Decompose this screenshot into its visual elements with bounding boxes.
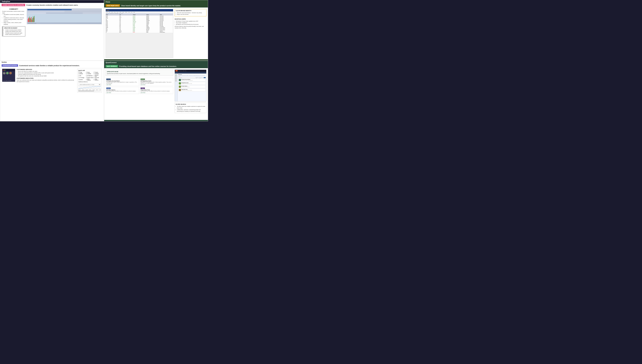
qa-checkbox-2000ma[interactable]: [94, 73, 94, 74]
table-cell: 0.44: [119, 22, 132, 24]
table-row: GERN2.6424.06%14356532Unusual Volume: [106, 27, 173, 28]
table-cell: Unusual Volume: [160, 29, 173, 30]
table-cell: CRIS: [106, 29, 119, 30]
qa-checkbox-1000ma[interactable]: [86, 73, 87, 74]
qc-screenshot: QC QuantConnect - to Algo Trading Datase…: [175, 70, 206, 102]
table-row: XTHS8.001.13%135028Overbought: [106, 26, 173, 27]
table-cell: 10444088: [146, 20, 160, 21]
qa-item-fingo: Fingo: [78, 72, 86, 73]
table-cell: DRTT: [106, 20, 119, 21]
filter-search-text: The filter search bar enables customers …: [176, 106, 206, 112]
qa-checkbox-sp500[interactable]: [94, 77, 94, 78]
qc-ds-item-3: IGO US Index Options Barra indexes from …: [178, 85, 206, 88]
table-cell: 12379: [146, 30, 160, 32]
dataset-link-igoseek[interactable]: Learn More: [106, 92, 138, 93]
qa-checkbox-pctchange[interactable]: [78, 77, 79, 78]
table-cell: 3.80: [119, 20, 132, 21]
qa-checkbox-evebitda[interactable]: [86, 75, 87, 76]
svg-rect-0: [78, 89, 101, 89]
table-cell: 9.89: [119, 25, 132, 26]
table-row: SLNO1.921007.02%371086New High: [106, 21, 173, 22]
qc-logo: QC: [176, 70, 178, 71]
qa-checkbox-pe[interactable]: [78, 75, 79, 76]
table-cell: ECAP: [106, 24, 119, 24]
sentieo-brand: Sentieo: [0, 61, 104, 64]
dataset-link-equity[interactable]: Learn More: [106, 84, 138, 85]
dataset-title-equity: US Equity Security Master: [106, 80, 138, 82]
qa-item-pe: P/E: [78, 75, 86, 77]
table-cell: XTHS: [106, 26, 119, 27]
qa-item-bidma: BIDMA: [78, 73, 86, 74]
table-cell: New High: [160, 22, 173, 24]
table-cell: BTGE: [106, 25, 119, 26]
table-cell: 11.76%: [132, 22, 146, 24]
dataset-tiingo: Tiingo Tiingo News Feed News articles fr…: [140, 87, 173, 94]
finviz-tag-row: clear target users Clear brand identity …: [104, 4, 208, 8]
dataset-link-regulatory[interactable]: Learn More: [140, 84, 172, 85]
tv-subtitle: Creator economy boosts contents creation…: [26, 4, 102, 6]
dataset-desc-regulatory: Regulatory is the leading provider of da…: [140, 82, 172, 84]
qa-checkbox-totperf[interactable]: [94, 75, 94, 76]
table-cell: New High: [160, 24, 173, 24]
qc-ss-sidebar: [175, 74, 178, 101]
finviz-table-body: BCAP4.0131.57%4883133Top GainersNERV10.3…: [106, 16, 173, 33]
qa-additional-select[interactable]: Select Additional Metric to Graph: [78, 84, 101, 86]
table-cell: 6.45: [119, 19, 132, 20]
sentieo-ss-body: Live for a little competition...: [2, 71, 15, 82]
table-row: BCAP4.0131.57%4883133Top Gainers: [106, 16, 173, 16]
qa-checkbox-fingo[interactable]: [78, 72, 79, 73]
dataset-desc-equity: Corporate action data for equity adjustm…: [106, 82, 138, 84]
qa-item-events: Events: [78, 78, 86, 80]
table-cell: 0.79: [119, 28, 132, 29]
qa-checkbox-events[interactable]: [78, 79, 79, 80]
table-cell: 4.01: [119, 16, 132, 16]
dataset-logo-igoseek: Igoseek: [106, 88, 111, 89]
table-cell: 0.43%: [132, 30, 146, 32]
table-cell: 4883133: [146, 16, 160, 16]
qa-item-pctchange: % Change: [78, 77, 86, 78]
creator-economy-box: CREATOR ECONOMY Creator economy boosts c…: [3, 26, 25, 36]
table-cell: 14356532: [146, 27, 160, 28]
qa-checkbox-bidma[interactable]: [78, 73, 79, 74]
tv-content: COMMUNITY Product communities could be b…: [0, 7, 104, 38]
table-cell: 23.46%: [132, 20, 146, 21]
table-cell: 3903019: [146, 18, 160, 19]
creator-economy-text: Creator economy boosts contents creation…: [4, 29, 24, 36]
finviz-tag-badge: clear target users: [106, 4, 120, 7]
qa-checkbox-pricereturns[interactable]: [86, 79, 87, 80]
table-cell: 137882: [146, 24, 160, 24]
finviz-screenshot-area: finviz Home News Screener Maps Groups Po…: [106, 9, 173, 58]
sentieo-panel: Sentieo customized services Customized s…: [0, 61, 104, 121]
qc-search-button[interactable]: [204, 77, 206, 78]
table-cell: 2.64: [119, 27, 132, 28]
qc-search-input[interactable]: Company All: [178, 77, 196, 78]
table-cell: FGI: [106, 19, 119, 20]
qa-checkbox-news[interactable]: [86, 72, 87, 73]
qa-chart: [78, 86, 101, 89]
table-cell: SHE: [106, 30, 119, 32]
table-cell: Top Gainers: [160, 19, 173, 20]
dataset-logo-equity: US Equity: [106, 78, 111, 80]
dataset-title-regulatory: US Regulatory Alerts: [140, 80, 172, 82]
table-cell: GERN: [106, 27, 119, 28]
cust-indicators-title: CUSTOMIZED INDICATORS: [16, 78, 76, 79]
community-description: Product communities could be built in th…: [2, 10, 25, 25]
table-cell: 24.06%: [132, 27, 146, 28]
table-cell: 1007.02%: [132, 21, 146, 22]
qc-ds-item-1: US US Equity Security Master Corporate a…: [178, 78, 206, 82]
dataset-link-tiingo[interactable]: Learn More: [140, 92, 172, 93]
table-cell: FXE: [106, 28, 119, 29]
table-row: NERV10.3358.13%6253821Top Gainers: [106, 16, 173, 18]
quick-add-grid: Fingo News Tweets BIDMA: [78, 72, 101, 80]
dataset-title-igoseek: US Index Options: [106, 89, 138, 90]
filter-search-title: FILTER SEARCH: [176, 104, 206, 105]
table-cell: Top Gainers: [160, 20, 173, 21]
table-cell: 10.33: [119, 16, 132, 18]
qa-checkbox-sharesshort[interactable]: [86, 77, 87, 78]
qa-checkbox-tweets[interactable]: [94, 72, 94, 73]
table-cell: 24.94%: [132, 19, 146, 20]
qc-ds-icon-1: US: [179, 79, 181, 81]
table-cell: Overbought: [160, 26, 173, 27]
qa-checkbox-totalreturns[interactable]: [94, 79, 94, 80]
filter-search-box: FILTER SEARCH The filter search bar enab…: [175, 102, 206, 113]
